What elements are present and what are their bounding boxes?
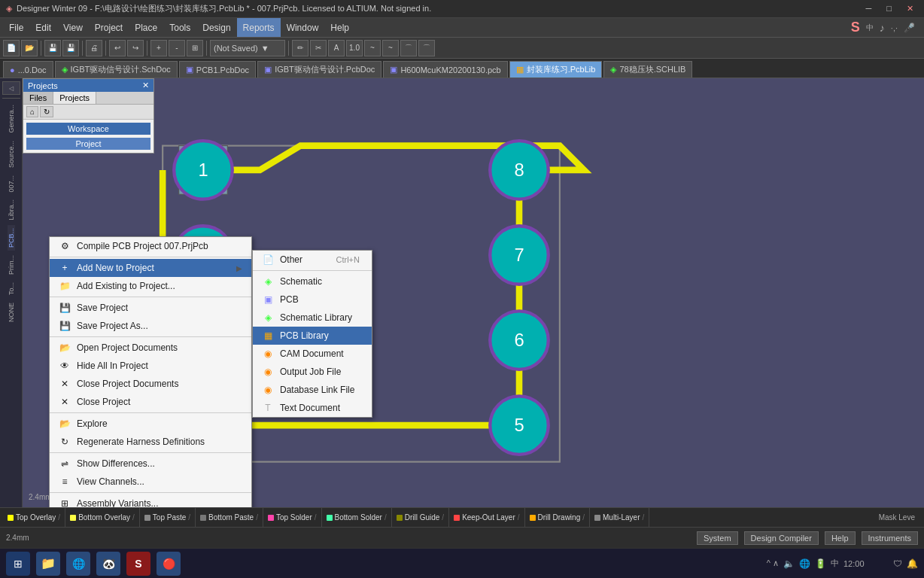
menu-help[interactable]: Help bbox=[324, 18, 355, 37]
layer-drill-guide[interactable]: Drill Guide / bbox=[392, 508, 449, 527]
ctx-save-project[interactable]: 💾 Save Project bbox=[50, 299, 251, 317]
systray-notification: 🔔 bbox=[907, 558, 918, 569]
toolbar-extra6[interactable]: ~ bbox=[382, 40, 399, 56]
open-docs-icon: 📂 bbox=[59, 342, 71, 354]
submenu-schematic[interactable]: ◈ Schematic bbox=[253, 272, 372, 291]
ctx-compile[interactable]: ⚙ Compile PCB Project 007.PrjPcb bbox=[50, 237, 251, 255]
panel-project-btn[interactable]: Project bbox=[26, 138, 150, 150]
layer-bottom-paste[interactable]: Bottom Paste / bbox=[196, 508, 263, 527]
ctx-assembly-variants[interactable]: ⊞ Assembly Variants... bbox=[50, 494, 251, 507]
menu-edit[interactable]: Edit bbox=[29, 18, 57, 37]
menu-file[interactable]: File bbox=[3, 18, 29, 37]
ctx-regen[interactable]: ↻ Regenerate Harness Definitions bbox=[50, 433, 251, 451]
menu-place[interactable]: Place bbox=[129, 18, 163, 37]
layer-bottom-solder[interactable]: Bottom Solder / bbox=[322, 508, 392, 527]
doc-tab-pcblib[interactable]: ▦ 封装库练习.PcbLib bbox=[509, 61, 603, 78]
ctx-save-project-as[interactable]: 💾 Save Project As... bbox=[50, 317, 251, 335]
submenu-cam-document[interactable]: ◉ CAM Document bbox=[253, 345, 372, 363]
status-system-btn[interactable]: System bbox=[697, 531, 738, 545]
status-instruments-btn[interactable]: Instruments bbox=[862, 531, 918, 545]
maximize-btn[interactable]: □ bbox=[882, 4, 896, 14]
taskbar-app1[interactable]: 🔴 bbox=[157, 552, 181, 576]
systray-cn: 中 bbox=[831, 558, 839, 569]
toolbar-extra5[interactable]: ~ bbox=[364, 40, 381, 56]
doc-tab-0[interactable]: ● ...0.Doc bbox=[3, 61, 53, 78]
layer-top-paste[interactable]: Top Paste / bbox=[140, 508, 196, 527]
toolbar-redo[interactable]: ↪ bbox=[127, 40, 144, 56]
ctx-close-project[interactable]: ✕ Close Project bbox=[50, 393, 251, 411]
submenu-pcb[interactable]: ▣ PCB bbox=[253, 291, 372, 309]
panel-close-icon[interactable]: ✕ bbox=[142, 81, 149, 90]
layer-bottom-overlay[interactable]: Bottom Overlay / bbox=[65, 508, 140, 527]
toolbar-extra3[interactable]: A bbox=[328, 40, 345, 56]
layer-bar: Top Overlay / Bottom Overlay / Top Paste… bbox=[0, 507, 924, 527]
toolbar-extra4[interactable]: 1.0 bbox=[346, 40, 363, 56]
doc-tab-igbt-pcb[interactable]: ▣ IGBT驱动信号设计.PcbDoc bbox=[257, 61, 381, 78]
toolbar-save[interactable]: 💾 bbox=[44, 40, 61, 56]
submenu-output-job[interactable]: ◉ Output Job File bbox=[253, 363, 372, 381]
doc-tab-h600[interactable]: ▣ H600McuKM20200130.pcb bbox=[383, 61, 507, 78]
systray-time: 12:00 bbox=[843, 559, 889, 568]
status-design-compiler-btn[interactable]: Design Compiler bbox=[744, 531, 819, 545]
ctx-add-existing[interactable]: 📁 Add Existing to Project... bbox=[50, 277, 251, 295]
taskbar-start[interactable]: ⊞ bbox=[6, 552, 30, 576]
toolbar-save-all[interactable]: 💾 bbox=[62, 40, 79, 56]
doc-tab-pcb1[interactable]: ▣ PCB1.PcbDoc bbox=[179, 61, 256, 78]
toolbar-zoom-out[interactable]: - bbox=[169, 40, 185, 56]
panel-tab-files[interactable]: Files bbox=[23, 92, 53, 104]
layer-drill-drawing[interactable]: Drill Drawing / bbox=[525, 508, 590, 527]
status-help-btn[interactable]: Help bbox=[825, 531, 856, 545]
toolbar-open[interactable]: 📂 bbox=[21, 40, 38, 56]
ctx-explore[interactable]: 📂 Explore bbox=[50, 415, 251, 433]
close-btn[interactable]: ✕ bbox=[902, 4, 918, 14]
layer-top-overlay[interactable]: Top Overlay / bbox=[3, 508, 65, 527]
ctx-hide-all[interactable]: 👁 Hide All In Project bbox=[50, 357, 251, 375]
toolbar-extra1[interactable]: ✏ bbox=[292, 40, 309, 56]
submenu-text-document[interactable]: T Text Document bbox=[253, 399, 372, 417]
ctx-close-docs[interactable]: ✕ Close Project Documents bbox=[50, 375, 251, 393]
schematic-icon: ◈ bbox=[262, 275, 274, 287]
toolbar-zoom-in[interactable]: + bbox=[150, 40, 167, 56]
taskbar-altium[interactable]: S bbox=[126, 552, 150, 576]
toolbar-new[interactable]: 📄 bbox=[3, 40, 20, 56]
ctx-add-new[interactable]: + Add New to Project ▶ bbox=[50, 259, 251, 277]
menu-reports[interactable]: Reports bbox=[237, 18, 281, 37]
submenu-schematic-library[interactable]: ◈ Schematic Library bbox=[253, 309, 372, 327]
toolbar-notsaved-dropdown[interactable]: (Not Saved) ▼ bbox=[210, 40, 285, 56]
toolbar-extra7[interactable]: ⌒ bbox=[400, 40, 417, 56]
toolbar-print[interactable]: 🖨 bbox=[86, 40, 102, 56]
taskbar-panda[interactable]: 🐼 bbox=[96, 552, 120, 576]
canvas-area[interactable]: 1 2 3 4 5 6 7 8 2.4mm bbox=[23, 78, 924, 507]
left-btn-1[interactable]: ◁ bbox=[2, 81, 20, 95]
toolbar-extra2[interactable]: ✂ bbox=[310, 40, 327, 56]
layer-keepout[interactable]: Keep-Out Layer / bbox=[449, 508, 524, 527]
submenu-pcb-library[interactable]: ▦ PCB Library bbox=[253, 327, 372, 345]
bottom-solder-dot bbox=[327, 515, 333, 521]
menu-tools[interactable]: Tools bbox=[163, 18, 196, 37]
panel-btn-home[interactable]: ⌂ bbox=[26, 106, 38, 117]
menu-project[interactable]: Project bbox=[89, 18, 129, 37]
doc-tab-schlib[interactable]: ◈ 78稳压块.SCHLIB bbox=[603, 61, 692, 78]
toolbar-extra8[interactable]: ⌒ bbox=[418, 40, 435, 56]
menu-design[interactable]: Design bbox=[196, 18, 236, 37]
dropdown-arrow-icon: ▼ bbox=[261, 44, 269, 53]
panel-btn-refresh[interactable]: ↻ bbox=[40, 106, 53, 117]
layer-top-solder[interactable]: Top Solder / bbox=[263, 508, 322, 527]
taskbar-file-explorer[interactable]: 📁 bbox=[36, 552, 60, 576]
layer-multi[interactable]: Multi-Layer / bbox=[590, 508, 649, 527]
taskbar-browser[interactable]: 🌐 bbox=[66, 552, 90, 576]
panel-workspace-btn[interactable]: Workspace bbox=[26, 123, 150, 135]
submenu-other[interactable]: 📄 Other Ctrl+N bbox=[253, 251, 372, 269]
doc-tab-igbt-sch[interactable]: ◈ IGBT驱动信号设计.SchDoc bbox=[55, 61, 178, 78]
ctx-view-channels[interactable]: ≡ View Channels... bbox=[50, 473, 251, 491]
minimize-btn[interactable]: ─ bbox=[862, 4, 877, 14]
drill-drawing-dot bbox=[530, 515, 536, 521]
menu-window[interactable]: Window bbox=[281, 18, 325, 37]
menu-view[interactable]: View bbox=[57, 18, 89, 37]
toolbar-undo[interactable]: ↩ bbox=[109, 40, 126, 56]
ctx-open-docs[interactable]: 📂 Open Project Documents bbox=[50, 339, 251, 357]
toolbar-zoom-fit[interactable]: ⊞ bbox=[187, 40, 203, 56]
submenu-database-link[interactable]: ◉ Database Link File bbox=[253, 381, 372, 399]
ctx-show-diff[interactable]: ⇌ Show Differences... bbox=[50, 455, 251, 473]
panel-tab-projects[interactable]: Projects bbox=[53, 92, 96, 104]
